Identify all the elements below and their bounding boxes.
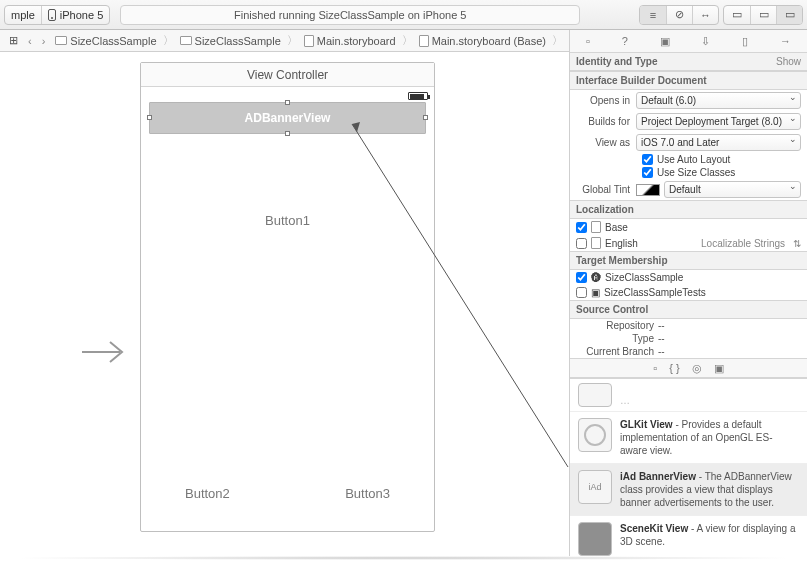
file-template-library-tab[interactable]: ▫ (653, 362, 657, 374)
resize-handle-top[interactable] (285, 100, 290, 105)
folder-icon (180, 36, 192, 45)
scenekit-icon (578, 522, 612, 556)
code-snippet-library-tab[interactable]: { } (669, 362, 679, 374)
phone-icon (48, 9, 56, 21)
loc-base-checkbox[interactable] (576, 222, 587, 233)
battery-icon (408, 92, 428, 100)
library-item-glkit[interactable]: GLKit View - Provides a default implemen… (570, 412, 807, 464)
use-autolayout-checkbox[interactable] (642, 154, 653, 165)
tm-app-row: 🅐 SizeClassSample (570, 270, 807, 285)
tm-app-checkbox[interactable] (576, 272, 587, 283)
show-link[interactable]: Show (776, 56, 801, 67)
builds-for-row: Builds for Project Deployment Target (8.… (570, 111, 807, 132)
file-icon (591, 221, 601, 233)
glkit-icon (578, 418, 612, 452)
source-control-header[interactable]: Source Control (570, 300, 807, 319)
scheme-selector[interactable]: mple iPhone 5 (4, 5, 110, 25)
scene-title[interactable]: View Controller (141, 63, 434, 87)
inspector-tab-bar: ▫ ? ▣ ⇩ ▯ → (569, 30, 807, 52)
test-target-icon: ▣ (591, 287, 600, 298)
iad-icon: iAd (578, 470, 612, 504)
use-sizeclasses-row: Use Size Classes (570, 166, 807, 179)
library-tab-bar: ▫ { } ◎ ▣ (570, 358, 807, 378)
breadcrumb[interactable]: SizeClassSample 〉 SizeClassSample 〉 Main… (53, 33, 633, 48)
view-as-select[interactable]: iOS 7.0 and Later (636, 134, 801, 151)
target-membership-header[interactable]: Target Membership (570, 251, 807, 270)
object-library[interactable]: … GLKit View - Provides a default implem… (570, 378, 807, 556)
history-back-button[interactable]: ‹ (26, 35, 34, 47)
version-editor-button[interactable]: ↔ (692, 6, 718, 24)
storyboard-icon (304, 35, 314, 47)
ad-banner-view[interactable]: ADBannerView (149, 102, 426, 134)
inspector-panel: Identity and Type Show Interface Builder… (569, 52, 807, 556)
quick-help-tab[interactable]: ? (622, 35, 628, 47)
media-library-tab[interactable]: ▣ (714, 362, 724, 375)
opens-in-row: Opens in Default (6.0) (570, 90, 807, 111)
activity-status: Finished running SizeClassSample on iPho… (120, 5, 580, 25)
history-forward-button[interactable]: › (40, 35, 48, 47)
assistant-editor-button[interactable]: ⊘ (666, 6, 692, 24)
jump-bar: ⊞ ‹ › SizeClassSample 〉 SizeClassSample … (0, 30, 807, 52)
view-controller-scene[interactable]: View Controller ADBannerView Button1 But… (140, 62, 435, 532)
global-tint-row: Global Tint Default (570, 179, 807, 200)
localization-header[interactable]: Localization (570, 200, 807, 219)
connections-inspector-tab[interactable]: → (780, 35, 791, 47)
global-tint-select[interactable]: Default (664, 181, 801, 198)
tm-tests-checkbox[interactable] (576, 287, 587, 298)
file-inspector-tab[interactable]: ▫ (586, 35, 590, 47)
button2[interactable]: Button2 (185, 486, 230, 501)
size-inspector-tab[interactable]: ▯ (742, 35, 748, 48)
tm-tests-row: ▣ SizeClassSampleTests (570, 285, 807, 300)
library-item-scenekit[interactable]: SceneKit View - A view for displaying a … (570, 516, 807, 556)
scheme-left: mple (11, 9, 35, 21)
object-library-tab[interactable]: ◎ (692, 362, 702, 375)
app-target-icon: 🅐 (591, 272, 601, 283)
right-toolbar: ≡ ⊘ ↔ ▭ ▭ ▭ (639, 5, 803, 25)
resize-handle-left[interactable] (147, 115, 152, 120)
standard-editor-button[interactable]: ≡ (640, 6, 666, 24)
builds-for-select[interactable]: Project Deployment Target (8.0) (636, 113, 801, 130)
ib-document-header[interactable]: Interface Builder Document (570, 71, 807, 90)
use-sizeclasses-checkbox[interactable] (642, 167, 653, 178)
entry-point-arrow[interactable] (80, 332, 130, 374)
loc-english-checkbox[interactable] (576, 238, 587, 249)
identity-type-header[interactable]: Identity and Type Show (570, 52, 807, 71)
device-name: iPhone 5 (60, 9, 103, 21)
button1[interactable]: Button1 (141, 213, 434, 228)
storyboard-base-icon (419, 35, 429, 47)
file-icon (591, 237, 601, 249)
project-icon (55, 36, 67, 45)
library-item-partial[interactable]: … (570, 379, 807, 412)
tint-swatch[interactable] (636, 184, 660, 196)
toggle-debug-button[interactable]: ▭ (750, 6, 776, 24)
library-item-icon (578, 383, 612, 407)
editor-mode-group: ≡ ⊘ ↔ (639, 5, 719, 25)
library-item-iad-banner[interactable]: iAd iAd BannerView - The ADBannerView cl… (570, 464, 807, 516)
identity-inspector-tab[interactable]: ▣ (660, 35, 670, 48)
loc-english-row: English Localizable Strings ⇅ (570, 235, 807, 251)
loc-base-row: Base (570, 219, 807, 235)
editor-canvas[interactable]: View Controller ADBannerView Button1 But… (0, 52, 569, 556)
button3[interactable]: Button3 (345, 486, 390, 501)
use-autolayout-row: Use Auto Layout (570, 153, 807, 166)
top-toolbar: mple iPhone 5 Finished running SizeClass… (0, 0, 807, 30)
resize-handle-right[interactable] (423, 115, 428, 120)
chevron-updown-icon[interactable]: ⇅ (789, 238, 801, 249)
toggle-navigator-button[interactable]: ▭ (724, 6, 750, 24)
attributes-inspector-tab[interactable]: ⇩ (701, 35, 710, 48)
view-as-row: View as iOS 7.0 and Later (570, 132, 807, 153)
opens-in-select[interactable]: Default (6.0) (636, 92, 801, 109)
panel-visibility-group: ▭ ▭ ▭ (723, 5, 803, 25)
toggle-utilities-button[interactable]: ▭ (776, 6, 802, 24)
related-items-icon[interactable]: ⊞ (6, 34, 20, 47)
bottom-scrollbar-shadow (4, 556, 803, 560)
resize-handle-bottom[interactable] (285, 131, 290, 136)
